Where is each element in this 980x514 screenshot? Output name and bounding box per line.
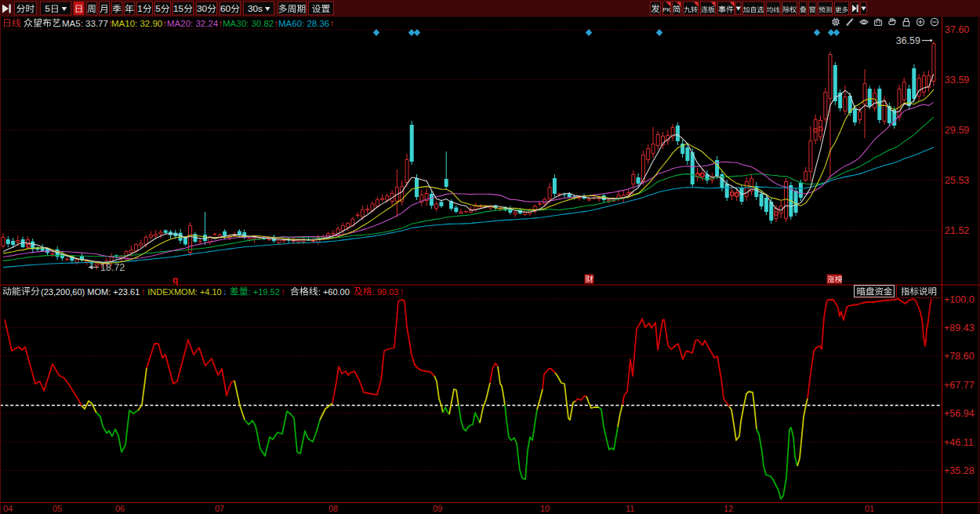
svg-text:05: 05 [53, 504, 62, 513]
svg-text:1: 1 [173, 3, 179, 14]
svg-text:09: 09 [433, 504, 442, 513]
svg-text:12: 12 [724, 504, 733, 513]
svg-text:: +19.52: : +19.52 [249, 287, 280, 297]
svg-text:↓: ↓ [223, 286, 227, 297]
svg-text:1: 1 [137, 3, 143, 14]
svg-text:↑: ↑ [281, 286, 285, 297]
svg-text:K: K [667, 6, 672, 13]
svg-text:37.60: 37.60 [945, 24, 969, 35]
svg-text:21.52: 21.52 [945, 225, 969, 236]
svg-text:↑: ↑ [330, 19, 335, 28]
svg-text:(23,200,60) MOM: +23.61: (23,200,60) MOM: +23.61 [41, 287, 140, 297]
svg-text:MA60: 28.36: MA60: 28.36 [278, 19, 329, 28]
svg-text:MA30: 30.82: MA30: 30.82 [223, 19, 274, 28]
svg-text:+100.0: +100.0 [944, 294, 975, 305]
svg-text:5: 5 [155, 3, 161, 14]
svg-text:5: 5 [179, 3, 184, 14]
svg-text:0: 0 [202, 3, 208, 14]
svg-text:0: 0 [226, 3, 231, 14]
svg-text:+56.94: +56.94 [944, 408, 975, 419]
svg-text:q: q [172, 275, 178, 286]
svg-text:MA20: 32.24: MA20: 32.24 [167, 19, 219, 28]
svg-text:+35.28: +35.28 [944, 465, 975, 476]
svg-text:: 99.03: : 99.03 [372, 287, 399, 297]
svg-text:+78.60: +78.60 [944, 351, 975, 362]
svg-text:MA10: 32.90: MA10: 32.90 [111, 19, 162, 28]
svg-text:33.59: 33.59 [945, 75, 969, 86]
svg-text:01: 01 [865, 504, 874, 513]
svg-text:10: 10 [540, 504, 550, 513]
svg-text:18.72: 18.72 [100, 262, 125, 273]
svg-text:+46.11: +46.11 [944, 437, 974, 448]
svg-text:INDEXMOM: +4.10: INDEXMOM: +4.10 [147, 287, 221, 297]
svg-text:11: 11 [626, 504, 634, 513]
svg-text:29.59: 29.59 [945, 125, 969, 136]
svg-text:+89.43: +89.43 [944, 323, 975, 334]
svg-text:08: 08 [328, 504, 338, 513]
svg-text:MA5: 33.77: MA5: 33.77 [62, 19, 108, 28]
svg-text:04: 04 [3, 504, 13, 513]
svg-text:↑: ↑ [400, 286, 405, 297]
svg-text:06: 06 [115, 504, 125, 513]
svg-text:5: 5 [45, 3, 50, 14]
svg-text:36.59: 36.59 [896, 35, 920, 46]
svg-text:07: 07 [215, 504, 224, 513]
svg-text:s: s [258, 3, 263, 14]
svg-text:25.53: 25.53 [945, 175, 969, 186]
svg-text:+67.77: +67.77 [944, 380, 975, 391]
svg-text:↑: ↑ [140, 286, 145, 297]
svg-text:: +60.00: : +60.00 [318, 287, 350, 297]
